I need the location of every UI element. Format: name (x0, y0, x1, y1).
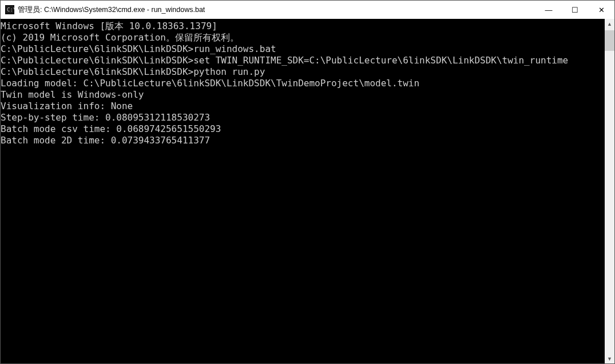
terminal-line: Twin model is Windows-only (1, 89, 605, 101)
cmd-window: C:\ 管理员: C:\Windows\System32\cmd.exe - r… (0, 0, 615, 364)
terminal-line: Microsoft Windows [版本 10.0.18363.1379] (1, 21, 605, 32)
titlebar[interactable]: C:\ 管理员: C:\Windows\System32\cmd.exe - r… (1, 1, 614, 19)
terminal-line: C:\PublicLecture\6linkSDK\LinkDSDK>pytho… (1, 66, 605, 78)
maximize-button[interactable]: ☐ (562, 1, 588, 19)
minimize-button[interactable]: — (535, 1, 562, 19)
terminal-line: C:\PublicLecture\6linkSDK\LinkDSDK>set T… (1, 55, 605, 66)
cmd-icon: C:\ (5, 5, 14, 14)
scroll-down-arrow-icon[interactable]: ▼ (605, 354, 614, 363)
svg-text:C:\: C:\ (7, 7, 14, 13)
terminal-line: (c) 2019 Microsoft Corporation。保留所有权利。 (1, 32, 605, 43)
terminal-line: Batch mode csv time: 0.06897425651550293 (1, 123, 605, 135)
scroll-thumb[interactable] (605, 30, 614, 51)
terminal-line: Loading model: C:\PublicLecture\6linkSDK… (1, 78, 605, 89)
terminal-line: Step-by-step time: 0.08095312118530273 (1, 112, 605, 123)
close-button[interactable]: ✕ (588, 1, 614, 19)
terminal-output[interactable]: Microsoft Windows [版本 10.0.18363.1379](c… (1, 19, 605, 363)
terminal-line: C:\PublicLecture\6linkSDK\LinkDSDK>run_w… (1, 43, 605, 55)
terminal-line: Visualization info: None (1, 101, 605, 112)
window-title: 管理员: C:\Windows\System32\cmd.exe - run_w… (18, 5, 535, 15)
terminal-line: Batch mode 2D time: 0.0739433765411377 (1, 135, 605, 146)
scroll-up-arrow-icon[interactable]: ▲ (605, 19, 614, 29)
window-controls: — ☐ ✕ (535, 1, 614, 19)
client-area: Microsoft Windows [版本 10.0.18363.1379](c… (1, 19, 614, 363)
vertical-scrollbar[interactable]: ▲ ▼ (605, 19, 614, 363)
